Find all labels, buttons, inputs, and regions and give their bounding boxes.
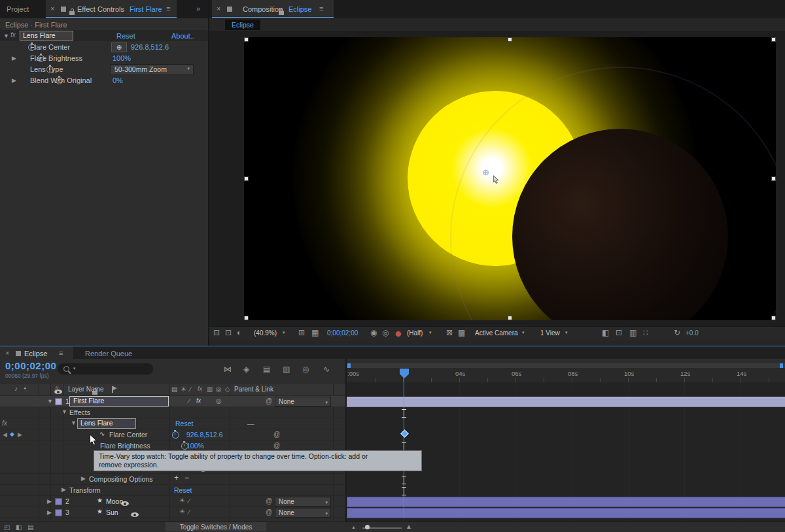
panel-menu-icon[interactable]: ≡ bbox=[319, 5, 323, 12]
expand-transfer-controls-icon[interactable]: ◧ bbox=[16, 524, 22, 531]
prev-keyframe-icon[interactable]: ◀ bbox=[3, 431, 7, 438]
close-icon[interactable]: × bbox=[50, 5, 54, 12]
pickwhip-icon[interactable]: @ bbox=[273, 431, 280, 438]
frame-blend-column-icon[interactable]: ▥ bbox=[207, 386, 213, 393]
audio-column-icon[interactable]: ♪ bbox=[14, 385, 18, 392]
view-camera-value[interactable]: Active Camera bbox=[475, 329, 518, 337]
prop-label-blend[interactable]: Blend With Original bbox=[30, 76, 92, 84]
remove-option-icon[interactable]: − bbox=[184, 473, 189, 482]
quality-switch-icon[interactable]: ∕ bbox=[188, 508, 190, 516]
stopwatch-icon[interactable] bbox=[172, 431, 179, 439]
layer-bar-sun[interactable] bbox=[347, 508, 785, 518]
prop-value-flare-center[interactable]: 926.8,512.6 bbox=[186, 431, 222, 439]
selection-handle[interactable] bbox=[244, 37, 249, 42]
graph-editor-icon[interactable]: ∿ bbox=[323, 365, 330, 374]
eye-icon[interactable] bbox=[131, 512, 139, 517]
tab-project[interactable]: Project bbox=[7, 5, 29, 13]
fx-column-icon[interactable]: fx bbox=[198, 386, 202, 392]
panel-menu-icon[interactable]: ≡ bbox=[166, 5, 170, 12]
collapse-switch-icon[interactable]: ☀ bbox=[179, 497, 185, 504]
prop-label-flare-center[interactable]: Flare Center bbox=[109, 431, 147, 439]
layer-name-column-header[interactable]: Layer Name bbox=[68, 386, 103, 393]
parent-dropdown[interactable]: None ▾ bbox=[275, 397, 331, 407]
twirl-open-icon[interactable]: ▼ bbox=[61, 408, 67, 415]
add-option-icon[interactable]: + bbox=[174, 473, 179, 482]
chevron-down-icon[interactable]: ▾ bbox=[565, 330, 568, 335]
twirl-closed-icon[interactable]: ▶ bbox=[12, 55, 16, 61]
parent-dropdown[interactable]: None ▾ bbox=[275, 497, 331, 507]
quality-switch-icon[interactable]: ∕ bbox=[188, 397, 190, 405]
viewer-tab-eclipse[interactable]: Eclipse bbox=[225, 20, 260, 30]
twirl-closed-icon[interactable]: ▶ bbox=[47, 509, 52, 516]
search-box[interactable]: ▾ bbox=[58, 363, 153, 374]
comp-mini-flowchart-icon[interactable]: ⋈ bbox=[224, 365, 232, 374]
label-color-swatch[interactable] bbox=[55, 498, 62, 505]
pickwhip-icon[interactable]: @ bbox=[266, 397, 272, 405]
composition-viewport[interactable]: ⊕ bbox=[244, 37, 776, 320]
label-column-icon[interactable] bbox=[112, 386, 113, 393]
resolution-value[interactable]: (Half) bbox=[407, 329, 423, 337]
show-channel-icon[interactable] bbox=[395, 331, 402, 337]
magnification-value[interactable]: (40.9%) bbox=[254, 329, 277, 337]
fx-switch-icon[interactable]: fx bbox=[196, 397, 201, 404]
layer-bar-moon[interactable] bbox=[347, 497, 785, 507]
collapse-switch-icon[interactable]: ☀ bbox=[179, 508, 185, 515]
lock-icon[interactable] bbox=[69, 11, 75, 15]
effect-reset-link[interactable]: Reset bbox=[175, 420, 193, 427]
effect-switch-dash[interactable]: — bbox=[247, 420, 254, 427]
twirl-closed-icon[interactable]: ▶ bbox=[12, 77, 16, 84]
work-area-bar[interactable] bbox=[347, 363, 785, 368]
twirl-closed-icon[interactable]: ▶ bbox=[81, 475, 86, 482]
prop-label-flare-center[interactable]: Flare Center bbox=[30, 43, 70, 51]
hide-shy-icon[interactable]: ▤ bbox=[263, 365, 270, 374]
grid-options-icon[interactable]: ⊞ bbox=[298, 328, 305, 337]
mask-visibility-icon[interactable]: ▦ bbox=[311, 328, 319, 337]
close-icon[interactable]: × bbox=[5, 349, 9, 357]
reset-exposure-icon[interactable]: ↻ bbox=[674, 328, 680, 337]
prop-label-lens-type[interactable]: Lens Type bbox=[30, 65, 63, 73]
zoom-out-mountain-icon[interactable]: ▲ bbox=[351, 525, 356, 529]
lens-type-dropdown[interactable]: 50-300mm Zoom ▾ bbox=[110, 64, 194, 75]
effect-point-target-icon[interactable]: ⊕ bbox=[482, 167, 489, 177]
motion-blur-icon[interactable]: ◎ bbox=[302, 365, 309, 374]
twirl-closed-icon[interactable]: ▶ bbox=[61, 486, 66, 493]
panel-menu-icon[interactable]: ≡ bbox=[59, 349, 63, 357]
pickwhip-icon[interactable]: @ bbox=[273, 442, 280, 449]
snapshot-icon[interactable]: ◉ bbox=[370, 328, 377, 337]
effect-about-link[interactable]: About.. bbox=[171, 32, 194, 40]
layer-name[interactable]: Moon bbox=[106, 497, 123, 505]
timeline-button-icon[interactable]: ▥ bbox=[629, 328, 637, 337]
prop-label-flare-brightness[interactable]: Flare Brightness bbox=[30, 54, 82, 62]
next-keyframe-icon[interactable]: ▶ bbox=[18, 431, 22, 438]
selection-handle[interactable] bbox=[771, 316, 776, 320]
twirl-open-icon[interactable]: ▼ bbox=[47, 398, 53, 405]
timeline-zoom-handle[interactable] bbox=[365, 525, 370, 529]
close-icon[interactable]: × bbox=[217, 5, 220, 12]
shy-column-icon[interactable]: ▤ bbox=[171, 386, 177, 393]
layer-name[interactable]: Sun bbox=[106, 508, 118, 516]
selection-handle[interactable] bbox=[244, 316, 249, 320]
chevron-down-icon[interactable]: ▾ bbox=[429, 330, 432, 335]
motion-blur-switch-icon[interactable]: ◎ bbox=[216, 397, 222, 405]
effect-name-box[interactable]: Lens Flare bbox=[20, 31, 73, 41]
pixel-aspect-icon[interactable]: ◧ bbox=[602, 328, 609, 337]
transparency-grid-icon[interactable]: ▩ bbox=[458, 328, 465, 337]
layer-bar-first-flare[interactable] bbox=[347, 397, 785, 407]
prop-value-flare-brightness[interactable]: 100% bbox=[186, 442, 204, 450]
parent-dropdown[interactable]: None ▾ bbox=[275, 508, 331, 518]
work-area-end-handle[interactable] bbox=[780, 363, 783, 368]
quality-column-icon[interactable]: ∕ bbox=[190, 386, 191, 393]
solo-column-icon[interactable]: ● bbox=[24, 386, 26, 390]
work-area-start-handle[interactable] bbox=[347, 363, 351, 368]
label-color-swatch[interactable] bbox=[55, 398, 62, 405]
effect-name-box[interactable]: Lens Flare bbox=[77, 418, 136, 429]
chevron-down-icon[interactable]: ▾ bbox=[522, 330, 525, 335]
expand-inout-pane-icon[interactable]: ▤ bbox=[27, 524, 33, 531]
show-snapshot-icon[interactable]: ◎ bbox=[382, 328, 389, 337]
timeline-timecode[interactable]: 0;00;02;00 bbox=[5, 360, 56, 371]
motion-blur-column-icon[interactable]: ◎ bbox=[216, 386, 222, 393]
pickwhip-icon[interactable]: @ bbox=[266, 497, 272, 505]
toggle-switches-modes-button[interactable]: Toggle Switches / Modes bbox=[166, 522, 266, 531]
always-preview-icon[interactable]: ⊟ bbox=[213, 328, 220, 337]
keyframe-nav-icon[interactable]: ◆ bbox=[10, 431, 14, 437]
